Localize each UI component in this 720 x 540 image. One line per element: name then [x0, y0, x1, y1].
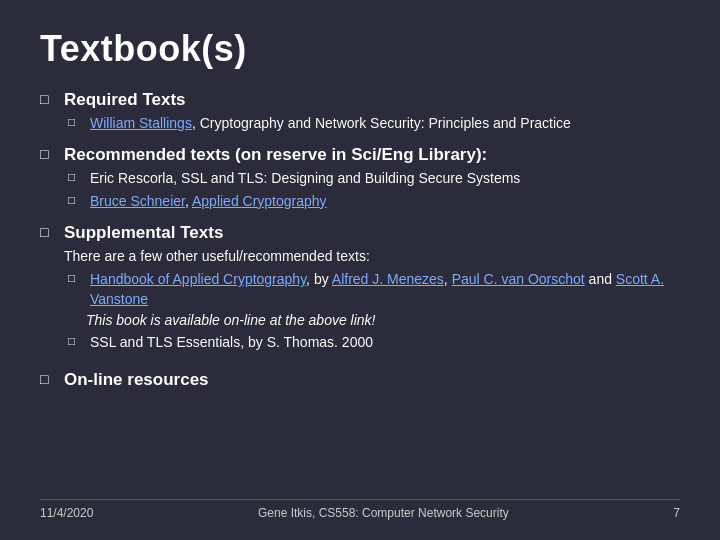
- supplemental-intro: There are a few other useful/recommended…: [64, 246, 680, 266]
- bullet-handbook: □: [68, 271, 82, 285]
- section-required-title: Required Texts: [64, 90, 680, 110]
- section-recommended-title: Recommended texts (on reserve in Sci/Eng…: [64, 145, 680, 165]
- section-online: □ On-line resources: [40, 370, 680, 393]
- sub-item-ssl-essentials: □ SSL and TLS Essentials, by S. Thomas. …: [68, 332, 680, 352]
- section-recommended: □ Recommended texts (on reserve in Sci/E…: [40, 145, 680, 211]
- bullet-schneier: □: [68, 193, 82, 207]
- sub-item-schneier: □ Bruce Schneier, Applied Cryptography: [68, 191, 680, 211]
- bullet-online: □: [40, 371, 56, 387]
- sub-item-handbook: □ Handbook of Applied Cryptography, by A…: [68, 269, 680, 310]
- schneier-link[interactable]: Bruce Schneier: [90, 193, 185, 209]
- slide-title: Textbook(s): [40, 28, 680, 70]
- schneier-comma: ,: [185, 193, 192, 209]
- handbook-rest3: and: [585, 271, 616, 287]
- handbook-rest2: ,: [444, 271, 452, 287]
- applied-crypto-link[interactable]: Applied Cryptography: [192, 193, 327, 209]
- section-supplemental-title: Supplemental Texts: [64, 223, 680, 243]
- section-supplemental: □ Supplemental Texts There are a few oth…: [40, 223, 680, 352]
- stallings-link[interactable]: William Stallings: [90, 115, 192, 131]
- schneier-text: Bruce Schneier, Applied Cryptography: [90, 191, 327, 211]
- handbook-link[interactable]: Handbook of Applied Cryptography: [90, 271, 306, 287]
- bullet-required: □: [40, 91, 56, 107]
- stallings-rest: , Cryptography and Network Security: Pri…: [192, 115, 571, 131]
- bullet-supplemental: □: [40, 224, 56, 240]
- ssl-essentials-text: SSL and TLS Essentials, by S. Thomas. 20…: [90, 332, 373, 352]
- section-supplemental-content: Supplemental Texts There are a few other…: [64, 223, 680, 352]
- sub-item-stallings: □ William Stallings, Cryptography and Ne…: [68, 113, 680, 133]
- menezes-link[interactable]: Alfred J. Menezes: [332, 271, 444, 287]
- section-online-content: On-line resources: [64, 370, 680, 393]
- slide-content: □ Required Texts □ William Stallings, Cr…: [40, 90, 680, 491]
- handbook-text: Handbook of Applied Cryptography, by Alf…: [90, 269, 680, 310]
- section-required-content: Required Texts □ William Stallings, Cryp…: [64, 90, 680, 133]
- section-required: □ Required Texts □ William Stallings, Cr…: [40, 90, 680, 133]
- bullet-rescorla: □: [68, 170, 82, 184]
- sub-item-rescorla: □ Eric Rescorla, SSL and TLS: Designing …: [68, 168, 680, 188]
- footer-course: Gene Itkis, CS558: Computer Network Secu…: [93, 506, 673, 520]
- italic-note: This book is available on-line at the ab…: [86, 312, 680, 328]
- slide: Textbook(s) □ Required Texts □ William S…: [0, 0, 720, 540]
- section-online-title: On-line resources: [64, 370, 680, 390]
- footer-date: 11/4/2020: [40, 506, 93, 520]
- footer-page: 7: [673, 506, 680, 520]
- bullet-ssl-essentials: □: [68, 334, 82, 348]
- stallings-text: William Stallings, Cryptography and Netw…: [90, 113, 571, 133]
- bullet-recommended: □: [40, 146, 56, 162]
- rescorla-text: Eric Rescorla, SSL and TLS: Designing an…: [90, 168, 520, 188]
- bullet-stallings: □: [68, 115, 82, 129]
- vanoorschot-link[interactable]: Paul C. van Oorschot: [452, 271, 585, 287]
- section-recommended-content: Recommended texts (on reserve in Sci/Eng…: [64, 145, 680, 211]
- slide-footer: 11/4/2020 Gene Itkis, CS558: Computer Ne…: [40, 499, 680, 520]
- handbook-rest1: , by: [306, 271, 332, 287]
